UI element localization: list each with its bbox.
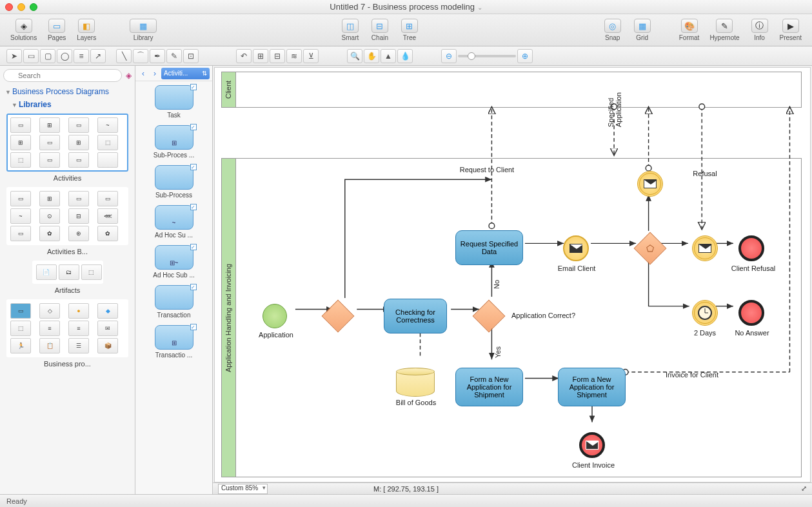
smart-icon: ◫ bbox=[342, 19, 359, 33]
data-store[interactable] bbox=[396, 368, 435, 397]
shapes-dropdown[interactable]: Activiti...⇅ bbox=[161, 68, 210, 79]
solutions-panel-icon[interactable]: ◈ bbox=[126, 71, 132, 80]
task-form2[interactable]: Form a New Application for Shipment bbox=[558, 368, 626, 406]
library-label: Artifacts bbox=[6, 286, 128, 294]
grid-button[interactable]: ▦Grid bbox=[629, 17, 656, 43]
info-button[interactable]: ⓘInfo bbox=[746, 17, 773, 43]
mouse-coords: M: [ 292.75, 193.15 ] bbox=[373, 485, 439, 493]
shape-item[interactable]: ✓Task bbox=[139, 85, 208, 119]
shape-item[interactable]: ✓⊞Transactio ... bbox=[139, 325, 208, 359]
task-checking[interactable]: Checking for Correctness bbox=[384, 299, 447, 333]
start-event-label: Application bbox=[253, 331, 299, 339]
shape-item[interactable]: ✓⊞Sub-Proces ... bbox=[139, 125, 208, 159]
end-event-refusal[interactable] bbox=[738, 235, 764, 261]
zoom-tool[interactable]: 🔍 bbox=[347, 49, 362, 63]
event-label: Email Client bbox=[553, 264, 600, 272]
flow-label-no: No bbox=[493, 280, 500, 289]
left-panel: 🔍 ◈ ▼Business Process Diagrams ▼Librarie… bbox=[0, 66, 135, 494]
library-business-pro[interactable]: ▭◇●◆ ⬚≡≡✉ 🏃📋☰📦 bbox=[6, 299, 128, 357]
event-label: Client Invoice bbox=[566, 461, 620, 469]
zoom-slider-thumb[interactable] bbox=[468, 52, 475, 60]
pencil-tool[interactable]: ✎ bbox=[166, 49, 182, 63]
library-activities-b[interactable]: ▭⊞▭▭ ~⊙⊟⋘ ▭✿⊛✿ bbox=[6, 187, 128, 245]
status-bar: Ready bbox=[0, 494, 812, 507]
group-tool[interactable]: ⊞ bbox=[253, 49, 268, 63]
lane-client[interactable]: Client bbox=[221, 72, 802, 108]
libraries-header[interactable]: ▼Libraries bbox=[0, 98, 135, 111]
curve-tool[interactable]: ⌒ bbox=[133, 49, 148, 63]
present-button[interactable]: ▶Present bbox=[776, 17, 806, 43]
shapes-nav-forward[interactable]: › bbox=[150, 68, 160, 79]
end-event-noanswer[interactable] bbox=[738, 300, 764, 326]
library-activities[interactable]: ▭⊞▭~ ⊞▭⊞⬚ ⬚▭▭ bbox=[6, 114, 128, 172]
ellipse-tool[interactable]: ◯ bbox=[57, 49, 72, 63]
ungroup-tool[interactable]: ⊟ bbox=[270, 49, 285, 63]
text-tool[interactable]: ≡ bbox=[74, 49, 89, 63]
task-request-data[interactable]: Request Specified Data bbox=[455, 230, 523, 265]
eyedropper-tool[interactable]: 💧 bbox=[397, 49, 413, 63]
pages-button[interactable]: ▭Pages bbox=[43, 17, 70, 43]
message-label: Request to Client bbox=[448, 166, 526, 174]
window-close-button[interactable] bbox=[5, 3, 13, 11]
event-client-refusal-msg[interactable] bbox=[692, 235, 718, 261]
shape-item[interactable]: ✓Sub-Process bbox=[139, 165, 208, 199]
window-title: Untitled 7 - Business process modeling ⌄ bbox=[0, 2, 812, 12]
main-toolbar: ◈Solutions ▭Pages ◧Layers ▦Library ◫Smar… bbox=[0, 14, 812, 46]
grid-icon: ▦ bbox=[634, 19, 651, 33]
zoom-in-button[interactable]: ⊕ bbox=[517, 49, 533, 63]
align-tool[interactable]: ≋ bbox=[286, 49, 302, 63]
shapes-nav-back[interactable]: ‹ bbox=[138, 68, 148, 79]
message-label: Invoice for Client bbox=[653, 371, 731, 379]
library-artifacts[interactable]: 📄🗂⬚ bbox=[32, 261, 103, 284]
secondary-toolbar: ➤ ▭ ▢ ◯ ≡ ↗ ╲ ⌒ ✒ ✎ ⊡ ↶ ⊞ ⊟ ≋ ⊻ 🔍 ✋ ▲ 💧 … bbox=[0, 46, 812, 66]
shape-item[interactable]: ✓⊞~Ad Hoc Sub ... bbox=[139, 245, 208, 279]
hand-tool[interactable]: ✋ bbox=[364, 49, 379, 63]
lane-header-label: Client bbox=[225, 81, 233, 99]
pages-icon: ▭ bbox=[48, 19, 65, 33]
status-text: Ready bbox=[6, 497, 27, 505]
panel-section-header[interactable]: ▼Business Process Diagrams bbox=[0, 85, 135, 98]
stamp-tool[interactable]: ▲ bbox=[381, 49, 396, 63]
shape-item[interactable]: ✓~Ad Hoc Su ... bbox=[139, 205, 208, 239]
shape-item[interactable]: ✓Transaction bbox=[139, 285, 208, 319]
event-message-intermediate[interactable] bbox=[637, 171, 663, 197]
library-icon: ▦ bbox=[130, 19, 157, 33]
library-label: Activities B... bbox=[6, 248, 128, 255]
smart-button[interactable]: ◫Smart bbox=[337, 17, 364, 43]
pen-tool[interactable]: ✒ bbox=[150, 49, 165, 63]
expand-icon[interactable]: ⤢ bbox=[801, 484, 807, 493]
window-maximize-button[interactable] bbox=[30, 3, 37, 11]
present-icon: ▶ bbox=[782, 19, 799, 33]
event-timer[interactable] bbox=[692, 300, 718, 326]
tree-button[interactable]: ⊞Tree bbox=[396, 17, 423, 43]
search-input[interactable] bbox=[3, 69, 122, 82]
undo-tool[interactable]: ↶ bbox=[236, 49, 252, 63]
hypernote-button[interactable]: ✎Hypernote bbox=[706, 17, 743, 43]
zoom-out-button[interactable]: ⊖ bbox=[441, 49, 457, 63]
rect-tool[interactable]: ▢ bbox=[40, 49, 55, 63]
line-tool[interactable]: ↗ bbox=[90, 49, 106, 63]
layers-button[interactable]: ◧Layers bbox=[73, 17, 100, 43]
distribute-tool[interactable]: ⊻ bbox=[303, 49, 319, 63]
chain-button[interactable]: ⊟Chain bbox=[366, 17, 393, 43]
end-event-invoice[interactable] bbox=[579, 432, 605, 458]
task-form1[interactable]: Form a New Application for Shipment bbox=[455, 368, 523, 406]
canvas[interactable]: Client Application Handling and Invoicin… bbox=[214, 67, 811, 482]
data-store-label: Bill of Goods bbox=[389, 399, 443, 406]
start-event[interactable] bbox=[262, 304, 287, 328]
titlebar: Untitled 7 - Business process modeling ⌄ bbox=[0, 0, 812, 14]
event-email-client[interactable] bbox=[563, 235, 589, 261]
pointer-tool[interactable]: ➤ bbox=[6, 49, 22, 63]
format-button[interactable]: 🎨Format bbox=[675, 17, 704, 43]
snap-button[interactable]: ◎Snap bbox=[599, 17, 626, 43]
solutions-button[interactable]: ◈Solutions bbox=[6, 17, 41, 43]
flow-label-yes: Yes bbox=[494, 346, 502, 358]
window-minimize-button[interactable] bbox=[17, 3, 25, 11]
select-tool[interactable]: ▭ bbox=[23, 49, 39, 63]
connector-tool[interactable]: ╲ bbox=[116, 49, 132, 63]
info-icon: ⓘ bbox=[751, 19, 768, 33]
crop-tool[interactable]: ⊡ bbox=[183, 49, 199, 63]
zoom-dropdown[interactable]: Custom 85% bbox=[218, 484, 268, 494]
library-button[interactable]: ▦Library bbox=[126, 17, 161, 43]
zoom-slider[interactable] bbox=[458, 55, 516, 57]
